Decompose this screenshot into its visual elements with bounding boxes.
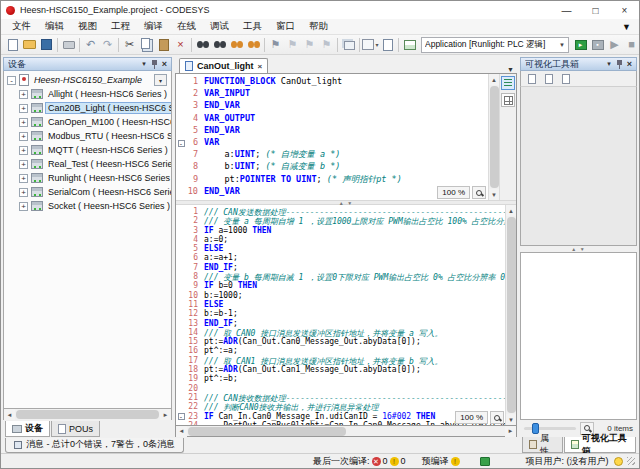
menu-file[interactable]: 文件 [5,19,38,34]
implementation-code[interactable]: 1/// CAN发送数据处理--------------------------… [176,205,505,425]
device-tree-item[interactable]: +Allight ( Heesn-HSC6 Series ) [4,87,171,101]
bookmark-toggle-button[interactable]: ⚑ [267,36,284,53]
expand-icon[interactable]: + [19,188,28,197]
device-tree-item[interactable]: +Modbus_RTU ( Heesn-HSC6 Series ) [4,129,171,143]
messages-tab[interactable]: 消息 - 总计0个错误，7警告，0条消息 [5,438,184,453]
expand-icon[interactable]: + [19,118,28,127]
login-button[interactable]: ▸ [572,36,589,53]
declaration-editor[interactable]: 1FUNCTION_BLOCK CanOut_light2VAR_INPUT3E… [176,74,516,200]
redo-button[interactable]: ↷ [99,36,116,53]
start-button[interactable]: ▶ [606,36,623,53]
save-button[interactable] [38,36,55,53]
scroll-right-icon[interactable]: ► [160,409,171,420]
close-icon[interactable]: × [162,59,167,69]
resize-grip[interactable] [627,457,635,465]
scroll-left-icon[interactable]: ◄ [4,409,15,420]
copy-button[interactable] [138,36,155,53]
build-menu-button[interactable]: ▾ [362,36,379,53]
fold-collapse-icon[interactable]: - [178,413,185,420]
device-tree[interactable]: -Heesn-HSC6150_Example▾+Allight ( Heesn-… [3,71,172,409]
vis-toolbox-item-list[interactable] [520,252,637,420]
menu-help[interactable]: 帮助 [302,19,335,34]
scroll-down-icon[interactable]: ▼ [489,189,500,200]
bookmark-next-button[interactable]: ⚑ [284,36,301,53]
menu-edit[interactable]: 编辑 [38,19,71,34]
hscroll-thumb[interactable] [16,410,159,419]
scroll-right-icon[interactable]: ► [505,426,516,437]
pin-icon[interactable] [617,60,622,69]
expand-icon[interactable]: + [19,174,28,183]
tab-vis-toolbox[interactable]: 可视化工具箱 [564,437,636,453]
fold-collapse-icon[interactable]: - [178,140,185,147]
scroll-down-icon[interactable]: ▼ [506,414,517,425]
menu-build[interactable]: 编译 [137,19,170,34]
device-tree-item[interactable]: +Socket ( Heesn-HSC6 Series ) [4,199,171,213]
new-file-button[interactable] [4,36,21,53]
visualization-manager-button[interactable] [558,72,573,86]
implementation-zoom-level[interactable]: 100 % [455,411,488,424]
undo-button[interactable]: ↶ [82,36,99,53]
cut-button[interactable]: ✂ [121,36,138,53]
hotkeys-configuration-button[interactable] [541,72,556,86]
new-object-button[interactable] [379,36,396,53]
device-tree-item[interactable]: +MQTT ( Heesn-HSC6 Series ) [4,143,171,157]
declaration-vscrollbar[interactable]: ▲ ▼ [488,74,499,200]
expand-icon[interactable]: + [19,146,28,155]
tab-overflow-icon[interactable]: ▼ [507,66,514,73]
declaration-zoom-level[interactable]: 100 % [437,186,470,199]
implementation-editor[interactable]: 1/// CAN发送数据处理--------------------------… [176,205,516,425]
zoom-button[interactable] [472,186,486,199]
find-button[interactable] [194,36,211,53]
expand-icon[interactable]: + [19,90,28,99]
bookmark-previous-button[interactable]: ⚑ [301,36,318,53]
hscroll-thumb[interactable] [188,427,346,436]
application-selector[interactable]: Application [Runlight: PLC 逻辑]▼ [421,37,569,53]
slider-thumb[interactable] [532,423,539,434]
expand-icon[interactable]: + [19,104,28,113]
scroll-up-icon[interactable]: ▲ [489,74,500,85]
stop-button[interactable]: ■ [623,36,639,53]
tab-devices[interactable]: 设备 [5,421,50,437]
tabular-view-button[interactable] [501,93,515,107]
tab-close-icon[interactable]: × [258,62,263,71]
filter-icon[interactable]: ▼ [622,22,631,32]
panel-dropdown-icon[interactable]: ▾ [607,60,611,68]
logout-button[interactable]: ▪ [589,36,606,53]
replace-next-button[interactable] [245,36,262,53]
paste-button[interactable] [155,36,172,53]
menu-tools[interactable]: 工具 [236,19,269,34]
menu-debug[interactable]: 调试 [203,19,236,34]
menu-view[interactable]: 视图 [71,19,104,34]
interface-editor-button[interactable] [524,72,539,86]
menu-window[interactable]: 窗口 [269,19,302,34]
device-tree-item[interactable]: +Runlight ( Heesn-HSC6 Series ) [4,171,171,185]
vscroll-thumb[interactable] [490,86,499,188]
implementation-vscrollbar[interactable]: ▲ ▼ [505,205,516,425]
declaration-code[interactable]: 1FUNCTION_BLOCK CanOut_light2VAR_INPUT3E… [176,74,488,200]
zoom-button[interactable] [490,411,504,424]
device-tree-root[interactable]: -Heesn-HSC6150_Example▾ [4,73,171,87]
delete-button[interactable]: × [172,36,189,53]
editor-hscrollbar[interactable]: ◄ ► [175,426,517,437]
expand-icon[interactable]: + [19,160,28,169]
device-tree-item[interactable]: +Can20B_Light ( Heesn-HSC6 Series ) [4,101,171,115]
print-button[interactable] [60,36,77,53]
find-next-button[interactable] [211,36,228,53]
device-tree-item[interactable]: +SerialCom ( Heesn-HSC6 Series ) [4,185,171,199]
maximize-button[interactable]: □ [581,1,610,19]
size-slider[interactable] [524,427,576,430]
minimize-button[interactable]: — [552,1,581,19]
scroll-up-icon[interactable]: ▲ [506,205,517,216]
device-tree-item[interactable]: +CanOpen_M100 ( Heesn-HSC6 Series ) [4,115,171,129]
device-tree-item[interactable]: +Real_Test ( Heesn-HSC6 Series ) [4,157,171,171]
close-icon[interactable]: × [627,59,632,69]
menu-online[interactable]: 在线 [170,19,203,34]
editor-tab-canout-light[interactable]: CanOut_light × [179,58,268,73]
collapse-icon[interactable]: - [7,76,16,85]
menu-project[interactable]: 工程 [104,19,137,34]
device-tree-hscrollbar[interactable]: ◄ ► [3,409,172,420]
notification-icon[interactable] [614,457,623,466]
panel-dropdown-icon[interactable]: ▾ [142,60,146,68]
visualization-grid-button[interactable] [401,36,418,53]
replace-button[interactable] [228,36,245,53]
